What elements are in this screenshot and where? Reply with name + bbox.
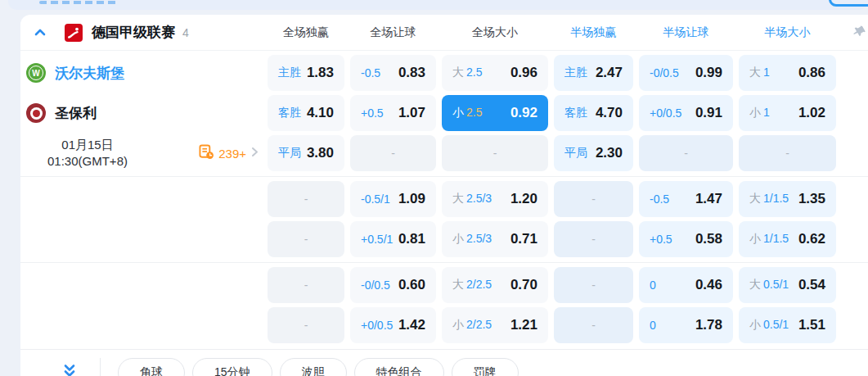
odds-value: 1.09 (398, 191, 425, 207)
odds-cell[interactable]: -0.51.47 (639, 181, 733, 217)
odds-cell[interactable]: 平局3.80 (268, 135, 344, 171)
match-info-column: W 沃尔夫斯堡 圣保利 01月15日 01:30(GMT+8) (20, 55, 268, 171)
odds-label: -0/0.5 (650, 66, 679, 79)
odds-cell[interactable]: -0/0.50.99 (639, 55, 733, 91)
odds-value: 0.60 (398, 277, 425, 293)
line-prefix: 小 (749, 318, 761, 333)
odds-label: 0.5/1 (763, 278, 789, 291)
match-date: 01月15日 (24, 137, 151, 153)
line-prefix: 小 (452, 232, 464, 247)
odds-label: 1/1.5 (763, 192, 789, 205)
odds-label: 2.5 (466, 66, 482, 79)
odds-selection: 小0.5/1 (749, 318, 789, 333)
odds-cell[interactable]: 大1/1.51.35 (739, 181, 836, 217)
odds-cell[interactable]: 小2/2.51.21 (442, 307, 548, 343)
odds-label: 平局 (564, 146, 587, 161)
odds-selection: 平局 (278, 146, 301, 161)
odds-value: 0.46 (695, 277, 722, 293)
odds-cell[interactable]: -0.50.83 (350, 55, 436, 91)
odds-value: 2.30 (596, 145, 623, 161)
dash: - (304, 193, 308, 206)
empty-odds-cell: - (268, 267, 344, 303)
odds-label: 1/1.5 (763, 232, 789, 245)
odds-cell[interactable]: 主胜2.47 (554, 55, 633, 91)
odds-value: 0.70 (510, 277, 537, 293)
column-header-3: 全场大小 (442, 25, 548, 40)
home-team-row[interactable]: W 沃尔夫斯堡 (20, 55, 268, 91)
odds-selection: -0/0.5 (361, 279, 390, 292)
odds-selection: -0/0.5 (650, 66, 679, 79)
dash: - (591, 193, 596, 206)
odds-value: 0.81 (398, 231, 425, 247)
odds-cell[interactable]: 小2.5/30.71 (442, 221, 548, 257)
market-tab-3[interactable]: 波胆 (280, 358, 347, 376)
pin-icon[interactable] (853, 25, 866, 38)
odds-cell[interactable]: -0/0.50.60 (350, 267, 436, 303)
odds-cell[interactable]: +0/0.50.91 (639, 95, 733, 131)
market-tab-1[interactable]: 角球 (118, 358, 185, 376)
previous-card-fragment (8, 0, 868, 10)
main-odds-section: W 沃尔夫斯堡 圣保利 01月15日 01:30(GMT+8) (20, 51, 868, 176)
odds-value: 0.71 (510, 231, 537, 247)
odds-cell[interactable]: 大2.50.96 (442, 55, 548, 91)
line-prefix: 大 (749, 278, 761, 292)
market-column-headers: 全场独赢全场让球全场大小半场独赢半场让球半场大小 (268, 25, 836, 40)
odds-cell[interactable]: 小0.5/11.51 (739, 307, 836, 343)
line-prefix: 大 (749, 192, 761, 206)
odds-selection: 主胜 (278, 66, 301, 80)
odds-value: 1.07 (398, 105, 425, 121)
odds-cell[interactable]: -0.5/11.09 (350, 181, 436, 217)
odds-label: 平局 (278, 146, 301, 161)
market-tab-4[interactable]: 特色组合 (354, 358, 444, 376)
expand-double-chevron-down-icon[interactable] (61, 363, 78, 376)
odds-cell[interactable]: 00.46 (639, 267, 733, 303)
odds-cell[interactable]: +0/0.51.42 (350, 307, 436, 343)
odds-cell[interactable]: 大2/2.50.70 (442, 267, 548, 303)
market-tab-2[interactable]: 15分钟 (192, 358, 272, 376)
odds-cell[interactable]: +0.51.07 (350, 95, 436, 131)
empty-odds-cell: - (554, 267, 633, 303)
empty-odds-cell: - (268, 181, 344, 217)
away-team-row[interactable]: 圣保利 (20, 95, 268, 131)
odds-cell[interactable]: 主胜1.83 (268, 55, 344, 91)
odds-label: 1 (763, 66, 770, 79)
match-time: 01:30(GMT+8) (24, 153, 151, 170)
odds-value: 1.21 (510, 317, 537, 333)
odds-selection: 大0.5/1 (749, 278, 789, 292)
secondary-odds-section: --0.5/11.09大2.5/31.20--0.51.47大1/1.51.35… (20, 177, 868, 262)
line-prefix: 大 (452, 278, 464, 292)
odds-selection: +0/0.5 (650, 106, 681, 120)
odds-value: 1.35 (798, 191, 825, 207)
extra-market-tabs: 角球15分钟波胆特色组合罚牌 (118, 358, 519, 376)
odds-cell[interactable]: 小2.50.92 (442, 95, 548, 131)
odds-selection: 大1 (749, 66, 770, 80)
odds-cell[interactable]: 大2.5/31.20 (442, 181, 548, 217)
odds-cell[interactable]: 平局2.30 (554, 135, 633, 171)
home-team-name: 沃尔夫斯堡 (55, 64, 124, 83)
odds-cell[interactable]: 大10.86 (739, 55, 836, 91)
odds-cell[interactable]: 大0.5/10.54 (739, 267, 836, 303)
line-prefix: 小 (452, 318, 464, 333)
empty-odds-cell: - (268, 221, 344, 257)
more-markets-link[interactable]: 239+ (199, 144, 259, 163)
dash: - (493, 147, 497, 160)
odds-cell[interactable]: 客胜4.10 (268, 95, 344, 131)
league-title-group: 德国甲级联赛 4 (20, 23, 268, 42)
odds-cell[interactable]: +0.5/10.81 (350, 221, 436, 257)
odds-label: 2.5/3 (466, 232, 492, 245)
odds-selection: 主胜 (564, 66, 587, 80)
odds-cell[interactable]: 小11.02 (739, 95, 836, 131)
odds-cell[interactable]: 01.78 (639, 307, 733, 343)
collapse-chevron-up-icon[interactable] (33, 25, 47, 40)
odds-cell[interactable]: 小1/1.50.62 (739, 221, 836, 257)
empty-info-column (20, 181, 268, 257)
market-tab-5[interactable]: 罚牌 (452, 358, 519, 376)
odds-cell[interactable]: 客胜4.70 (554, 95, 633, 131)
empty-odds-cell: - (639, 135, 733, 171)
odds-label: +0.5/1 (361, 233, 393, 246)
markets-doc-icon (199, 144, 214, 163)
odds-cell[interactable]: +0.50.58 (639, 221, 733, 257)
odds-label: -0/0.5 (361, 279, 390, 292)
dash: - (304, 319, 308, 332)
odds-label: 客胜 (564, 106, 587, 120)
